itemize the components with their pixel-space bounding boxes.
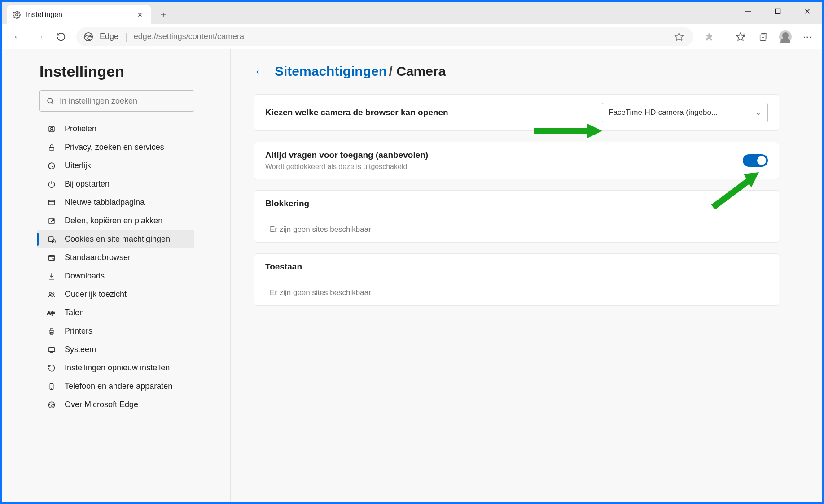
- sidebar-item-label: Uiterlijk: [65, 161, 91, 170]
- browser-tab[interactable]: Instellingen ✕: [7, 5, 151, 24]
- settings-search-input[interactable]: [60, 96, 188, 106]
- maximize-button[interactable]: [763, 2, 793, 21]
- minimize-button[interactable]: [733, 2, 763, 21]
- back-button[interactable]: ←: [9, 28, 27, 46]
- svg-point-16: [48, 98, 53, 103]
- block-panel: Blokkering Er zijn geen sites beschikbaa…: [254, 190, 779, 243]
- sidebar-item-label: Over Microsoft Edge: [65, 400, 138, 409]
- sidebar-item-about[interactable]: Over Microsoft Edge: [37, 395, 194, 414]
- sidebar-item-privacy[interactable]: Privacy, zoeken en services: [37, 138, 194, 156]
- sidebar-item-label: Cookies en site machtigingen: [65, 235, 170, 244]
- edge-logo-icon: [83, 32, 93, 42]
- svg-rect-36: [50, 329, 53, 330]
- sidebar-item-label: Standaardbrowser: [65, 253, 131, 262]
- chevron-down-icon: ⌄: [756, 109, 761, 116]
- more-menu-icon[interactable]: ⋯: [801, 30, 815, 44]
- tabs-row: Instellingen ✕ ＋: [2, 2, 172, 24]
- sidebar-item-default-browser[interactable]: Standaardbrowser: [37, 248, 194, 267]
- reload-button[interactable]: [52, 28, 70, 46]
- sidebar-item-phone[interactable]: Telefoon en andere apparaten: [37, 377, 194, 395]
- sidebar-item-appearance[interactable]: Uiterlijk: [37, 156, 194, 175]
- language-icon: A字: [47, 309, 57, 317]
- sidebar-item-label: Systeem: [65, 345, 96, 354]
- browser-icon: [47, 254, 57, 262]
- breadcrumb-slash: /: [389, 64, 397, 78]
- camera-select-panel: Kiezen welke camera de browser kan opene…: [254, 94, 779, 131]
- svg-point-32: [53, 292, 54, 294]
- edge-icon: [47, 401, 57, 409]
- breadcrumb-back-button[interactable]: ←: [254, 65, 266, 78]
- address-scheme: Edge: [100, 32, 118, 41]
- power-icon: [47, 180, 57, 188]
- reset-icon: [47, 364, 57, 372]
- close-tab-icon[interactable]: ✕: [135, 9, 145, 20]
- breadcrumb-current: Camera: [396, 64, 446, 78]
- svg-text:A: A: [47, 310, 51, 316]
- sidebar-item-label: Telefoon en andere apparaten: [65, 382, 172, 391]
- svg-line-17: [52, 102, 53, 104]
- toolbar-separator: [725, 30, 725, 43]
- camera-select-dropdown[interactable]: FaceTime-HD-camera (ingebo... ⌄: [602, 103, 768, 122]
- search-icon: [46, 97, 54, 105]
- profile-avatar[interactable]: [778, 30, 793, 44]
- svg-point-0: [16, 14, 18, 16]
- svg-point-25: [50, 200, 50, 201]
- sidebar-item-languages[interactable]: A字Talen: [37, 304, 194, 322]
- permissions-icon: [47, 235, 57, 243]
- newtab-icon: [47, 199, 57, 207]
- sidebar-item-printers[interactable]: Printers: [37, 322, 194, 340]
- close-window-button[interactable]: [793, 2, 822, 21]
- favorites-icon[interactable]: [733, 30, 748, 44]
- sidebar-item-label: Bij opstarten: [65, 179, 110, 189]
- allow-panel: Toestaan Er zijn geen sites beschikbaar: [254, 253, 779, 306]
- system-icon: [47, 346, 57, 354]
- sidebar-item-family[interactable]: Ouderlijk toezicht: [37, 285, 194, 304]
- ask-permission-toggle[interactable]: [743, 154, 768, 167]
- titlebar: Instellingen ✕ ＋: [2, 2, 822, 24]
- sidebar-item-reset[interactable]: Instellingen opnieuw instellen: [37, 359, 194, 377]
- extensions-icon[interactable]: [702, 30, 717, 44]
- address-url: edge://settings/content/camera: [134, 32, 244, 41]
- sidebar-item-newtab[interactable]: Nieuwe tabbladpagina: [37, 193, 194, 212]
- window-controls: [733, 2, 822, 21]
- gear-icon: [13, 11, 21, 19]
- sidebar-item-system[interactable]: Systeem: [37, 340, 194, 359]
- sidebar-item-share[interactable]: Delen, kopiëren en plakken: [37, 212, 194, 230]
- settings-sidebar: Instellingen Profielen Privacy, zoeken e…: [2, 49, 231, 502]
- favorite-star-icon[interactable]: [672, 30, 686, 44]
- address-bar[interactable]: Edge | edge://settings/content/camera: [76, 27, 693, 46]
- address-separator: |: [125, 31, 127, 43]
- sidebar-item-label: Delen, kopiëren en plakken: [65, 216, 162, 226]
- ask-permission-title: Altijd vragen voor toegang (aanbevolen): [265, 150, 428, 160]
- main-panel: ← Sitemachtigingen / Camera Kiezen welke…: [231, 49, 822, 502]
- sidebar-item-startup[interactable]: Bij opstarten: [37, 175, 194, 193]
- sidebar-item-label: Ouderlijk toezicht: [65, 290, 127, 299]
- allow-empty-text: Er zijn geen sites beschikbaar: [254, 280, 779, 305]
- sidebar-item-label: Profielen: [65, 124, 96, 134]
- svg-rect-20: [49, 147, 54, 150]
- sidebar-item-cookies[interactable]: Cookies en site machtigingen: [37, 230, 194, 248]
- collections-icon[interactable]: [756, 30, 770, 44]
- block-title: Blokkering: [265, 199, 309, 209]
- camera-select-label: Kiezen welke camera de browser kan opene…: [265, 108, 448, 117]
- allow-title: Toestaan: [265, 262, 302, 272]
- sidebar-item-label: Downloads: [65, 271, 105, 281]
- new-tab-button[interactable]: ＋: [154, 5, 172, 23]
- svg-text:字: 字: [51, 311, 55, 316]
- appearance-icon: [47, 162, 57, 170]
- settings-search[interactable]: [39, 90, 194, 112]
- sidebar-item-downloads[interactable]: Downloads: [37, 267, 194, 285]
- content-area: Instellingen Profielen Privacy, zoeken e…: [2, 49, 822, 502]
- sidebar-item-profiles[interactable]: Profielen: [37, 120, 194, 138]
- breadcrumb: ← Sitemachtigingen / Camera: [254, 64, 795, 79]
- sidebar-item-label: Nieuwe tabbladpagina: [65, 198, 145, 207]
- profile-icon: [47, 125, 57, 133]
- camera-select-value: FaceTime-HD-camera (ingebo...: [609, 108, 718, 117]
- svg-rect-29: [48, 255, 55, 260]
- family-icon: [47, 291, 57, 299]
- forward-button[interactable]: →: [31, 28, 48, 46]
- share-icon: [47, 217, 57, 225]
- breadcrumb-parent[interactable]: Sitemachtigingen: [275, 64, 387, 78]
- phone-icon: [47, 382, 57, 391]
- ask-permission-subtitle: Wordt geblokkeerd als deze is uitgeschak…: [265, 163, 428, 171]
